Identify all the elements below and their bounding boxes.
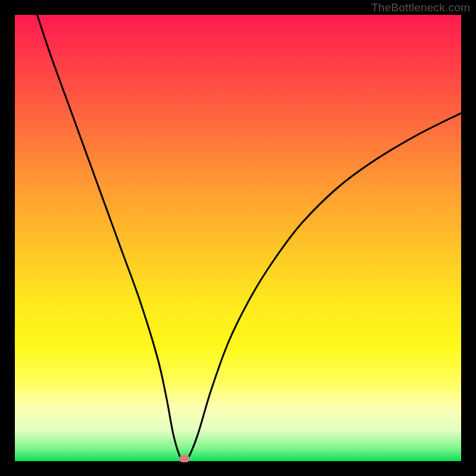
- chart-plot-area: [15, 15, 461, 461]
- watermark-text: TheBottleneck.com: [371, 1, 470, 14]
- bottleneck-curve: [15, 15, 461, 461]
- optimal-point-marker: [179, 455, 190, 462]
